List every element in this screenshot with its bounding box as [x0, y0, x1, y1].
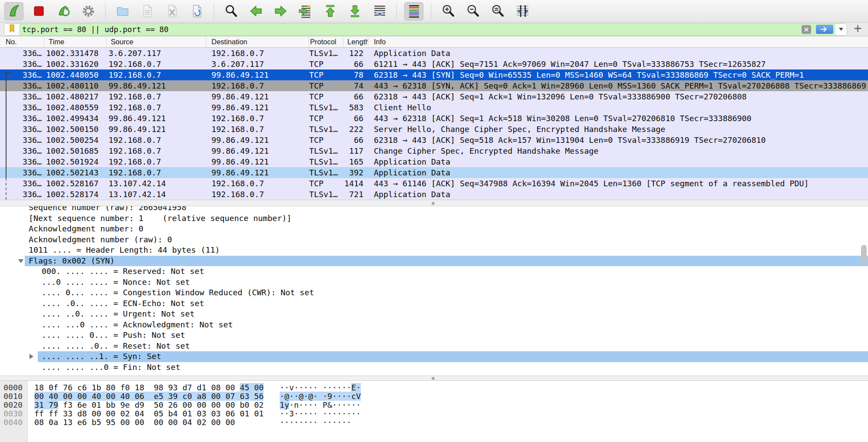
hex-bytes: ff ff 33 d8 00 00 02 04 05 b4 01 03 03 0… — [34, 409, 264, 418]
pane-splitter[interactable] — [0, 200, 868, 206]
packet-row[interactable]: 336…1002.502143192.168.0.799.86.49.121TL… — [0, 167, 868, 178]
hex-offset: 0000 — [3, 383, 23, 392]
go-first-packet-button[interactable] — [320, 2, 340, 20]
zoom-reset-icon — [491, 4, 505, 18]
hex-ascii: 1y·n···· P&······ — [280, 401, 361, 409]
column-header-protocol[interactable]: Protocol — [309, 36, 343, 47]
open-file-button[interactable] — [113, 2, 132, 20]
detail-line[interactable]: 1011 .... = Header Length: 44 bytes (11) — [0, 245, 868, 256]
hex-row[interactable]: 002031 79 f3 6e 01 bb 9e d9 50 26 00 00 … — [0, 401, 868, 409]
packet-list-header: No. Time Source Destination Protocol Len… — [0, 36, 868, 48]
column-header-info[interactable]: Info — [368, 36, 868, 47]
go-to-packet-button[interactable] — [296, 2, 315, 20]
packet-row[interactable]: 336…1002.52816713.107.42.14192.168.0.7TC… — [0, 178, 868, 189]
zoom-reset-button[interactable] — [488, 2, 507, 20]
packet-row-selected[interactable]: 336…1002.448050192.168.0.799.86.49.121TC… — [0, 69, 868, 80]
hex-offset: 0030 — [3, 409, 23, 418]
shark-fin-icon — [7, 4, 21, 18]
hex-row[interactable]: 001000 40 00 00 40 00 40 06 e5 39 c0 a8 … — [0, 392, 868, 401]
selection-highlight — [25, 256, 868, 267]
detail-line[interactable]: .... .... 0... = Push: Not set — [0, 330, 868, 341]
column-header-source[interactable]: Source — [106, 36, 206, 47]
hex-row[interactable]: 0030ff ff 33 d8 00 00 02 04 05 b4 01 03 … — [0, 409, 868, 418]
detail-line-flags-selected[interactable]: Flags: 0x002 (SYN) — [0, 256, 868, 267]
expander-open-icon[interactable] — [18, 259, 23, 263]
packet-details-pane: Sequence number (raw): 2665041958 [Next … — [0, 206, 868, 376]
save-file-button[interactable] — [138, 2, 157, 20]
detail-line[interactable]: .... ...0 .... = Acknowledgment: Not set — [0, 320, 868, 330]
go-back-button[interactable] — [246, 2, 265, 20]
detail-line[interactable]: .... ..0. .... = Urgent: Not set — [0, 309, 868, 320]
restart-icon — [56, 4, 71, 18]
go-last-packet-button[interactable] — [345, 2, 364, 20]
chevron-down-icon — [839, 28, 843, 31]
find-packet-button[interactable] — [221, 2, 241, 20]
restart-capture-button[interactable] — [54, 2, 73, 20]
detail-line[interactable]: .... .0.. .... = ECN-Echo: Not set — [0, 298, 868, 309]
details-scrollbar-thumb[interactable] — [861, 245, 867, 265]
column-header-length[interactable]: Length — [343, 36, 368, 47]
go-forward-button[interactable] — [271, 2, 290, 20]
arrow-right-icon — [816, 25, 833, 34]
packet-row[interactable]: 336…1002.480217192.168.0.799.86.49.121TC… — [0, 91, 868, 102]
toolbar-separator — [105, 3, 106, 19]
packet-row[interactable]: 336…1002.49943499.86.49.121192.168.0.7TC… — [0, 113, 868, 124]
packet-row[interactable]: 336…1002.501685192.168.0.799.86.49.121TL… — [0, 145, 868, 156]
stop-capture-button[interactable] — [29, 2, 48, 20]
filter-add-button[interactable] — [851, 24, 864, 35]
column-header-no[interactable]: No. — [0, 36, 44, 47]
auto-scroll-icon — [373, 4, 387, 18]
start-capture-button[interactable] — [4, 2, 23, 20]
packet-row[interactable]: 336…1002.500254192.168.0.799.86.49.121TC… — [0, 135, 868, 145]
capture-options-button[interactable] — [79, 2, 98, 20]
hex-ascii: ··v····· ······E· — [280, 383, 361, 392]
document-close-icon — [165, 4, 179, 18]
packet-row[interactable]: 336…1002.52817413.107.42.14192.168.0.7TL… — [0, 189, 868, 200]
auto-scroll-button[interactable] — [370, 2, 389, 20]
toolbar-separator — [214, 3, 214, 19]
filter-apply-button[interactable] — [814, 24, 835, 35]
hex-bytes: 18 0f 76 c6 1b 80 f0 18 98 93 d7 d1 08 0… — [34, 383, 264, 392]
detail-line[interactable]: Acknowledgment number: 0 — [0, 224, 868, 234]
close-file-button[interactable] — [162, 2, 182, 20]
detail-line[interactable]: .... .... .0.. = Reset: Not set — [0, 341, 868, 352]
pane-splitter[interactable] — [0, 376, 868, 381]
resize-columns-button[interactable] — [513, 2, 532, 20]
detail-line-syn-selected[interactable]: .... .... ..1. = Syn: Set — [0, 351, 868, 362]
toolbar-separator — [396, 3, 397, 19]
detail-line[interactable]: ...0 .... .... = Nonce: Not set — [0, 277, 868, 288]
detail-line[interactable]: .... 0... .... = Congestion Window Reduc… — [0, 287, 868, 298]
display-filter-input[interactable]: tcp.port == 80 || udp.port == 80 — [19, 24, 799, 35]
zoom-in-button[interactable] — [439, 2, 458, 20]
packet-row[interactable]: 336…1002.331620192.168.0.73.6.207.117TCP… — [0, 59, 868, 69]
detail-line[interactable]: [Next sequence number: 1 (relative seque… — [0, 213, 868, 224]
packet-row[interactable]: 336…1002.480559192.168.0.799.86.49.121TL… — [0, 102, 868, 113]
hex-row[interactable]: 000018 0f 76 c6 1b 80 f0 18 98 93 d7 d1 … — [0, 383, 868, 392]
detail-line[interactable]: 000. .... .... = Reserved: Not set — [0, 266, 868, 277]
zoom-in-icon — [441, 4, 455, 18]
filter-bookmark-button[interactable] — [4, 24, 19, 35]
gear-icon — [81, 4, 96, 18]
colorize-packets-button[interactable] — [404, 2, 423, 20]
arrow-right-icon — [274, 4, 288, 18]
reload-file-button[interactable] — [187, 2, 206, 20]
expander-closed-icon[interactable] — [30, 354, 33, 359]
packet-row[interactable]: 336…1002.48011099.86.49.121192.168.0.7TC… — [0, 80, 868, 91]
detail-line[interactable]: Acknowledgment number (raw): 0 — [0, 234, 868, 245]
column-header-time[interactable]: Time — [44, 36, 106, 47]
hex-row[interactable]: 004008 0a 13 e6 b5 95 00 00 00 00 04 02 … — [0, 418, 868, 427]
document-reload-icon — [190, 4, 204, 18]
packet-row[interactable]: 336…1002.3314783.6.207.117192.168.0.7TLS… — [0, 48, 868, 59]
column-header-destination[interactable]: Destination — [206, 36, 309, 47]
filter-clear-button[interactable] — [799, 24, 814, 35]
hex-offset: 0040 — [3, 418, 23, 427]
filter-dropdown-button[interactable] — [835, 24, 847, 35]
packet-row[interactable]: 336…1002.50015099.86.49.121192.168.0.7TL… — [0, 124, 868, 135]
packet-row[interactable]: 336…1002.501924192.168.0.799.86.49.121TL… — [0, 156, 868, 167]
zoom-out-button[interactable] — [463, 2, 482, 20]
detail-line[interactable]: .... .... ...0 = Fin: Not set — [0, 362, 868, 373]
stop-icon — [32, 4, 46, 18]
toolbar-separator — [431, 3, 431, 19]
close-icon — [802, 25, 811, 34]
detail-line[interactable]: Sequence number (raw): 2665041958 — [0, 206, 868, 213]
